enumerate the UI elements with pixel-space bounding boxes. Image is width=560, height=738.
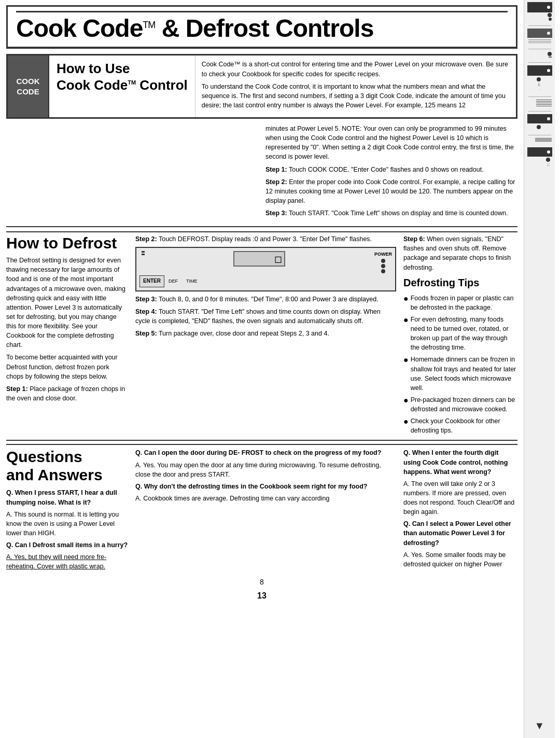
questions-title: Questions and Answers bbox=[6, 448, 128, 484]
sidebar-dark-tab-3 bbox=[527, 65, 552, 76]
sidebar-text-bottom: ᵢ: bbox=[527, 157, 552, 168]
page-title: Cook CodeTM & Defrost Controls bbox=[16, 16, 508, 41]
top-text-left bbox=[6, 124, 258, 221]
defrost-para1: The Defrost setting is designed for even… bbox=[6, 256, 128, 350]
defrost-left-col: How to Defrost The Defrost setting is de… bbox=[6, 234, 128, 438]
defrost-step6: Step 6: When oven signals, "END" flashes… bbox=[403, 234, 517, 272]
page-header: Cook CodeTM & Defrost Controls bbox=[6, 5, 517, 49]
how-to-use-line1: How to Use bbox=[57, 61, 130, 76]
tip-text-1: Foods frozen in paper or plastic can be … bbox=[411, 294, 517, 312]
tip-item-5: ● Check your Cookbook for other defrosti… bbox=[403, 416, 517, 435]
page-number: 13 bbox=[6, 591, 517, 601]
tip-bullet-3: ● bbox=[403, 355, 409, 365]
a6: A. Yes. Some smaller foods may be defros… bbox=[403, 550, 517, 569]
sidebar-divider-3 bbox=[528, 62, 551, 63]
title-cook-code: Cook Code bbox=[16, 15, 143, 42]
tip-text-4: Pre-packaged frozen dinners can be defro… bbox=[411, 395, 517, 414]
q2: Q. Can I Defrost small items in a hurry? bbox=[6, 540, 128, 550]
how-to-use-tm: TM bbox=[128, 79, 136, 86]
sidebar-divider-5 bbox=[528, 111, 551, 112]
questions-title-line2: and Answers bbox=[6, 466, 128, 484]
defrost-step4: Step 4: Touch START. "Def Time Left" sho… bbox=[135, 307, 396, 326]
q4: Q. Why don't the defrosting times in the… bbox=[135, 482, 396, 491]
defrost-middle-col: Step 2: Touch DEFROST. Display reads :0 … bbox=[135, 234, 396, 438]
defrost-step5: Step 5: Turn package over, close door an… bbox=[135, 329, 396, 338]
page-footer: 8 bbox=[6, 574, 517, 588]
microwave-panel: □ POWER bbox=[135, 247, 396, 291]
top-right-para1: minutes at Power Level 5. NOTE: Your ove… bbox=[265, 124, 517, 162]
sidebar-dots-group-1 bbox=[525, 13, 554, 21]
mw-screen: □ bbox=[233, 251, 285, 267]
sidebar-dots-group-2 bbox=[525, 38, 554, 44]
enter-button-display: ENTER bbox=[139, 275, 164, 287]
cook-label-line1: COOK bbox=[17, 76, 40, 87]
tip-text-5: Check your Cookbook for other defrosting… bbox=[411, 416, 517, 435]
tip-item-1: ● Foods frozen in paper or plastic can b… bbox=[403, 294, 517, 312]
how-to-use-body: Cook Code™ is a short-cut control for en… bbox=[195, 55, 516, 117]
cook-label-line2: CODE bbox=[17, 87, 40, 97]
sidebar-group-2 bbox=[525, 29, 554, 44]
how-to-use-title-block: How to Use Cook CodeTM Control bbox=[49, 55, 195, 117]
sidebar-divider-2 bbox=[528, 49, 551, 49]
questions-inner: Questions and Answers Q. When I press ST… bbox=[6, 448, 517, 574]
a1: A. This sound is normal. It is letting y… bbox=[6, 510, 128, 538]
how-to-use-heading: How to Use Cook CodeTM Control bbox=[57, 61, 188, 93]
mw-power-label: POWER bbox=[374, 251, 392, 258]
def-label: DEF bbox=[169, 278, 178, 285]
how-to-use-line3: Control bbox=[136, 77, 188, 93]
q6: Q. Can I select a Power Level other than… bbox=[403, 519, 517, 547]
defrosting-tips-title: Defrosting Tips bbox=[403, 275, 517, 290]
main-content: Cook CodeTM & Defrost Controls COOK CODE… bbox=[0, 0, 524, 738]
sidebar-bottom-group: ᵢ: bbox=[527, 147, 552, 168]
tip-text-2: For even defrosting, many foods need to … bbox=[411, 315, 517, 353]
how-to-use-section: COOK CODE How to Use Cook CodeTM Control… bbox=[6, 54, 517, 119]
tip-bullet-1: ● bbox=[403, 294, 409, 303]
a3: A. Yes. You may open the door at any tim… bbox=[135, 461, 396, 479]
sidebar-dark-tab-4 bbox=[527, 114, 552, 123]
sidebar-divider-4 bbox=[528, 96, 551, 97]
mw-screen-row: □ POWER bbox=[139, 251, 392, 273]
defrost-step3: Step 3: Touch 8, 0, and 0 for 8 minutes.… bbox=[135, 295, 396, 304]
a5: A. The oven will take only 2 or 3 number… bbox=[403, 479, 517, 517]
mw-bottom-row: ENTER DEF TIME bbox=[139, 275, 392, 287]
page-wrapper: Cook CodeTM & Defrost Controls COOK CODE… bbox=[0, 0, 560, 738]
sidebar-dark-tab-2 bbox=[527, 29, 552, 38]
sidebar-dark-tab-5 bbox=[527, 147, 552, 157]
q1: Q. When I press START, I hear a dull thu… bbox=[6, 488, 128, 507]
questions-middle-col: Q. Can I open the door during DE- FROST … bbox=[135, 448, 396, 574]
top-right-step1: Step 1: Touch COOK CODE. "Enter Code" fl… bbox=[265, 165, 517, 174]
how-to-use-content: How to Use Cook CodeTM Control Cook Code… bbox=[49, 55, 516, 117]
top-text-columns: minutes at Power Level 5. NOTE: Your ove… bbox=[6, 124, 517, 221]
defrost-body: The Defrost setting is designed for even… bbox=[6, 256, 128, 403]
sidebar-text-group-4: i: . bbox=[537, 76, 543, 92]
questions-right-col: Q. When I enter the fourth digit using C… bbox=[403, 448, 517, 574]
questions-section: Questions and Answers Q. When I press ST… bbox=[6, 444, 517, 574]
cook-code-label: COOK CODE bbox=[8, 55, 49, 117]
sidebar-lines-group-5 bbox=[525, 100, 554, 106]
defrost-step1: Step 1: Place package of frozen chops in… bbox=[6, 384, 128, 403]
tip-item-4: ● Pre-packaged frozen dinners can be def… bbox=[403, 395, 517, 414]
mw-labels: DEF TIME bbox=[169, 278, 198, 285]
defrost-para2: To become better acquainted with your De… bbox=[6, 353, 128, 381]
top-right-step2: Step 2: Enter the proper code into Cook … bbox=[265, 177, 517, 205]
questions-left-col: Questions and Answers Q. When I press ST… bbox=[6, 448, 128, 574]
defrost-section: How to Defrost The Defrost setting is de… bbox=[6, 231, 517, 441]
defrost-step2: Step 2: Touch DEFROST. Display reads :0 … bbox=[135, 234, 396, 244]
defrost-title: How to Defrost bbox=[6, 234, 128, 252]
sidebar-text-group-6 bbox=[537, 124, 543, 130]
sidebar-divider-6 bbox=[528, 135, 551, 135]
time-label: TIME bbox=[186, 278, 198, 285]
trademark-symbol: TM bbox=[143, 20, 155, 30]
section-divider-1 bbox=[6, 226, 517, 227]
questions-left-body: Q. When I press START, I hear a dull thu… bbox=[6, 488, 128, 571]
tip-bullet-2: ● bbox=[403, 315, 409, 325]
sidebar-dark-tab-1 bbox=[527, 2, 552, 12]
tip-item-2: ● For even defrosting, many foods need t… bbox=[403, 315, 517, 353]
sidebar-divider-1 bbox=[528, 25, 551, 26]
sidebar-arrow-down-icon: ▼ bbox=[535, 720, 545, 736]
defrost-section-inner: How to Defrost The Defrost setting is de… bbox=[6, 234, 517, 438]
top-text-right: minutes at Power Level 5. NOTE: Your ove… bbox=[265, 124, 517, 221]
sidebar-group-6 bbox=[525, 114, 554, 130]
sidebar-lines-bottom bbox=[525, 138, 554, 142]
how-to-use-line2: Cook Code bbox=[57, 77, 128, 93]
